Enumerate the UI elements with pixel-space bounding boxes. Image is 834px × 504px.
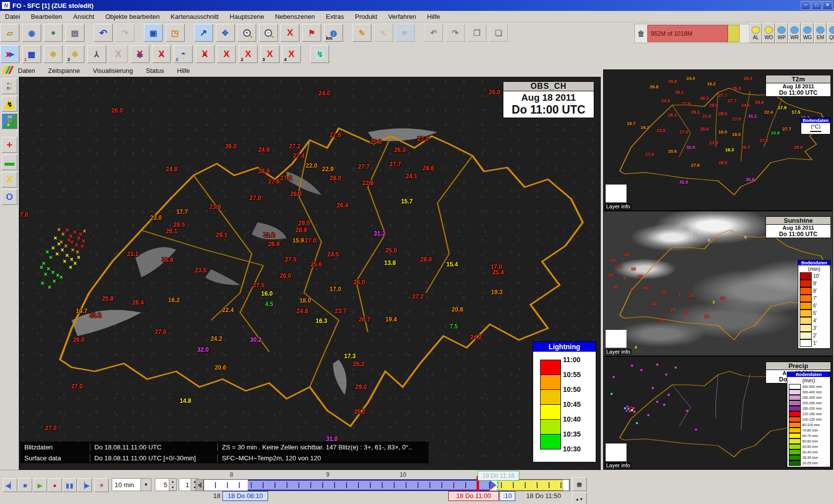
- view-back-button[interactable]: ↶: [424, 24, 443, 42]
- layers-button[interactable]: ➤➤: [0, 45, 19, 63]
- play-button[interactable]: ▶: [33, 478, 47, 492]
- trash-icon[interactable]: 🗑: [637, 29, 645, 38]
- draw-pencil-button[interactable]: ✎: [352, 24, 371, 42]
- status-button-wg[interactable]: WG: [801, 23, 814, 43]
- legend-swatch: [789, 449, 801, 455]
- select-arrow-button[interactable]: ↗: [194, 24, 213, 42]
- menu-item-hauptszene[interactable]: Hauptszene: [230, 13, 264, 20]
- step-back-button[interactable]: ◀▏: [3, 478, 17, 492]
- clear-red-button[interactable]: ●X: [196, 45, 214, 63]
- status-button-wo[interactable]: WO: [763, 23, 775, 43]
- status-button-al[interactable]: AL: [750, 23, 762, 43]
- obs-map-button[interactable]: ❉: [44, 45, 63, 63]
- plus-tool-button[interactable]: +: [1, 137, 17, 153]
- legend-row: 20-25 mm: [787, 460, 830, 466]
- main-map[interactable]: ××××××××××××××××××××××××××××××××××××××××…: [19, 77, 601, 470]
- zoom-in-button[interactable]: +: [237, 24, 256, 42]
- menu-item-datei[interactable]: Datei: [5, 13, 20, 20]
- close-button[interactable]: ×: [823, 1, 833, 10]
- animation-settings-button[interactable]: ☀: [94, 478, 109, 492]
- view-forward-button[interactable]: ↷: [446, 24, 465, 42]
- scale-km-button[interactable]: ◍km: [324, 24, 343, 42]
- undo-button[interactable]: ↶: [94, 24, 113, 42]
- loaded-time-label[interactable]: 18 Do 08:10: [222, 491, 268, 501]
- grid-values-button[interactable]: ▦1: [22, 45, 41, 63]
- europe-values-button[interactable]: 20100: [1, 113, 17, 129]
- zoom-out-button[interactable]: −: [259, 24, 278, 42]
- radio-mesh-button[interactable]: ⅄: [87, 45, 106, 63]
- interval-dropdown[interactable]: 10 min ▼: [112, 478, 151, 491]
- minimize-button[interactable]: ─: [801, 1, 811, 10]
- save-button[interactable]: ◉: [22, 24, 41, 42]
- status-button-wr[interactable]: WR: [788, 23, 801, 43]
- redo-button[interactable]: ↷: [116, 24, 135, 42]
- clear-objects-button[interactable]: ◆X: [131, 45, 149, 63]
- status-button-em[interactable]: EM: [814, 23, 827, 43]
- copy-view-button[interactable]: ❐: [468, 24, 486, 42]
- menu-item-bearbeiten[interactable]: Bearbeiten: [31, 13, 62, 20]
- clear-gray-button[interactable]: X: [109, 45, 128, 63]
- record-button[interactable]: ●: [48, 478, 62, 492]
- thermo-2-button[interactable]: ◓2: [174, 45, 193, 63]
- menu-item-produkt[interactable]: Produkt: [355, 13, 377, 20]
- delete-track-button[interactable]: X: [280, 24, 299, 42]
- presentation-button[interactable]: ▣: [144, 24, 163, 42]
- clear-4-button[interactable]: X4: [282, 45, 301, 63]
- status-dot-icon: [752, 26, 760, 34]
- status-button-qm[interactable]: QM: [827, 23, 834, 43]
- menu-item-hilfe[interactable]: Hilfe: [427, 13, 440, 20]
- open-button[interactable]: ▱: [0, 24, 19, 42]
- lightning-warning-button[interactable]: ↯: [1, 96, 17, 112]
- next-time-label[interactable]: :10: [499, 491, 515, 501]
- scene-menu-item-zeitspanne[interactable]: Zeitspanne: [48, 67, 80, 74]
- clear-thermo-button[interactable]: ◒X: [152, 45, 171, 63]
- maximize-button[interactable]: □: [812, 1, 822, 10]
- keyboard-grid-button[interactable]: ▦: [572, 477, 587, 491]
- obs-map-2-button[interactable]: ❉2: [66, 45, 84, 63]
- refresh-button[interactable]: ●: [44, 24, 63, 42]
- pan-button[interactable]: ✥: [216, 24, 235, 42]
- map-marker-button[interactable]: ⚑: [302, 24, 321, 42]
- menu-item-nebenszenen[interactable]: Nebenszenen: [275, 13, 315, 20]
- t2m-layer-info[interactable]: Layer info: [605, 203, 631, 209]
- scene-menu-item-daten[interactable]: Daten: [18, 67, 35, 74]
- scene-menu-item-hilfe[interactable]: Hilfe: [177, 67, 190, 74]
- time-ruler[interactable]: [204, 479, 569, 491]
- clear-2-button[interactable]: X2: [239, 45, 258, 63]
- current-time-label[interactable]: 18 Do 11:00: [448, 491, 499, 501]
- panel-sunshine[interactable]: 1010101010810108101071010310101010108641…: [603, 211, 833, 356]
- print-button[interactable]: ▤: [66, 24, 84, 42]
- stop-button[interactable]: ■: [18, 478, 32, 492]
- grab-tool-button[interactable]: ☛: [396, 24, 415, 42]
- status-button-wp[interactable]: WP: [775, 23, 788, 43]
- lightning-tool-button[interactable]: ↯: [310, 45, 329, 63]
- expand-collapse-button[interactable]: ▲▼: [572, 492, 587, 504]
- menu-item-extras[interactable]: Extras: [326, 13, 344, 20]
- step-forward-button[interactable]: ▕▶: [77, 478, 92, 492]
- menu-item-verfahren[interactable]: Verfahren: [388, 13, 416, 20]
- sunshine-layer-info[interactable]: Layer info: [605, 349, 631, 355]
- symbols-tool-button[interactable]: +−0X: [1, 78, 17, 94]
- panel-precip[interactable]: Precip Aug 18 2011 Do 11:00 UTC Bodendat…: [603, 356, 833, 470]
- t2m-value: 27.9: [691, 163, 700, 168]
- panel-t2m[interactable]: 25.824.026.026.326.816.228.127.726.324.8…: [603, 69, 833, 211]
- pause-button[interactable]: ▮▮: [63, 478, 77, 492]
- x-tool-button[interactable]: X: [1, 172, 17, 188]
- menu-item-ansicht[interactable]: Ansicht: [73, 13, 94, 20]
- scene-menu-item-visualisierung[interactable]: Visualisierung: [93, 67, 133, 74]
- scene-menu-item-status[interactable]: Status: [146, 67, 164, 74]
- scroll-left-button[interactable]: [196, 479, 204, 491]
- station-value: 25.0: [370, 138, 382, 145]
- station-value: 22.4: [222, 307, 233, 314]
- menu-item-objekte-bearbeiten[interactable]: Objekte bearbeiten: [105, 13, 160, 20]
- pointer-tool-button[interactable]: ↖: [374, 24, 393, 42]
- minus-tool-button[interactable]: ▬: [1, 154, 17, 170]
- clear-1-button[interactable]: ●X: [217, 45, 236, 63]
- menu-item-kartenausschnitt[interactable]: Kartenausschnitt: [171, 13, 219, 20]
- clear-3-button[interactable]: X3: [261, 45, 279, 63]
- package-button[interactable]: ◳: [166, 24, 185, 42]
- precip-layer-info[interactable]: Layer info: [605, 462, 631, 468]
- o-tool-button[interactable]: O: [1, 189, 17, 205]
- paste-view-button[interactable]: ❑: [489, 24, 508, 42]
- major-step-spinner[interactable]: 5 ▲▼: [155, 478, 177, 491]
